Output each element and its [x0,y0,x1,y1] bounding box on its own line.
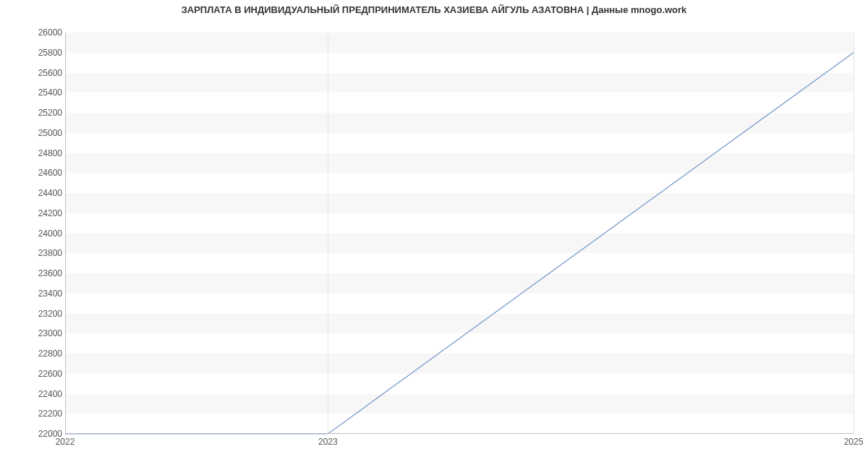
y-axis-line [65,33,66,434]
y-tick-label: 25600 [26,68,62,78]
y-tick-label: 23000 [26,328,62,338]
y-tick-label: 24600 [26,168,62,178]
y-tick-label: 24400 [26,188,62,198]
y-tick-label: 24000 [26,228,62,239]
y-tick-label: 25800 [26,48,62,58]
y-tick-label: 25200 [26,108,62,118]
y-tick-label: 24800 [26,148,62,158]
y-tick-label: 23800 [26,248,62,258]
chart-title: ЗАРПЛАТА В ИНДИВИДУАЛЬНЫЙ ПРЕДПРИНИМАТЕЛ… [0,4,868,15]
y-tick-label: 23600 [26,268,62,278]
y-tick-label: 22200 [26,409,62,419]
x-tick-label: 2025 [844,437,864,447]
y-tick-label: 23400 [26,289,62,299]
y-tick-label: 24200 [26,208,62,218]
y-tick-label: 22600 [26,369,62,379]
y-tick-label: 23200 [26,309,62,319]
y-tick-label: 26000 [26,27,62,38]
plot-area [65,33,854,434]
x-tick-label: 2023 [318,437,338,447]
v-gridline [854,33,854,434]
x-axis-line [65,433,854,434]
y-tick-label: 22800 [26,349,62,359]
salary-series-line [65,53,854,434]
y-tick-label: 25400 [26,87,62,98]
chart-svg [65,33,854,434]
salary-line-chart: ЗАРПЛАТА В ИНДИВИДУАЛЬНЫЙ ПРЕДПРИНИМАТЕЛ… [0,0,868,470]
y-tick-label: 25000 [26,128,62,138]
y-tick-label: 22400 [26,389,62,399]
x-tick-label: 2022 [56,437,75,447]
